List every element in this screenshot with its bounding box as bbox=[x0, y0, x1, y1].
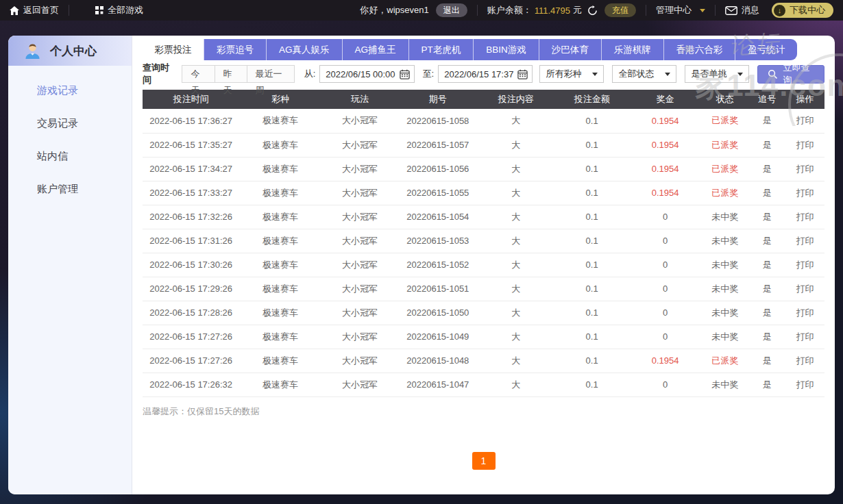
tab-沙巴体育[interactable]: 沙巴体育 bbox=[539, 39, 601, 60]
sidebar-title: 个人中心 bbox=[50, 43, 97, 59]
tab-盈亏统计[interactable]: 盈亏统计 bbox=[735, 39, 797, 60]
query-button[interactable]: 立即查询 bbox=[757, 65, 824, 84]
date-from-value: 2022/06/15 00:00 bbox=[326, 69, 399, 79]
refresh-icon[interactable] bbox=[587, 5, 598, 16]
sidebar-header: 个人中心 bbox=[8, 36, 132, 66]
col-header-操作: 操作 bbox=[785, 90, 824, 109]
logout-button[interactable]: 退出 bbox=[436, 3, 467, 17]
recharge-button[interactable]: 充值 bbox=[604, 3, 636, 17]
calendar-icon[interactable] bbox=[400, 69, 410, 79]
cell-action[interactable]: 打印 bbox=[785, 205, 824, 229]
cell-amount: 0.1 bbox=[554, 133, 629, 157]
content-card: 个人中心 游戏记录交易记录站内信账户管理 彩票投注彩票追号AG真人娱乐AG捕鱼王… bbox=[8, 36, 835, 494]
tab-strip: 彩票追号AG真人娱乐AG捕鱼王PT老虎机BBIN游戏沙巴体育乐游棋牌香港六合彩盈… bbox=[204, 39, 797, 60]
cell-action[interactable]: 打印 bbox=[785, 253, 824, 277]
quick-range-最近一周[interactable]: 最近一周 bbox=[247, 65, 295, 83]
date-from-input[interactable]: 2022/06/15 00:00 bbox=[319, 65, 414, 83]
tab-彩票投注[interactable]: 彩票投注 bbox=[143, 39, 204, 60]
cell-issue: 20220615-1054 bbox=[398, 205, 477, 229]
home-link[interactable]: 返回首页 bbox=[10, 4, 59, 16]
query-time-label: 查询时间 bbox=[143, 62, 175, 86]
balance-value: 111.4795 bbox=[535, 5, 570, 16]
cell-action[interactable]: 打印 bbox=[785, 325, 824, 349]
tab-AG真人娱乐[interactable]: AG真人娱乐 bbox=[266, 39, 342, 60]
date-to-input[interactable]: 2022/06/15 17:37 bbox=[438, 65, 533, 83]
select-是否单挑[interactable]: 是否单挑 bbox=[685, 65, 749, 83]
cell-action[interactable]: 打印 bbox=[785, 349, 824, 373]
cell-time: 2022-06-15 17:36:27 bbox=[143, 109, 239, 133]
table-row: 2022-06-15 17:35:27极速赛车大小冠军20220615-1057… bbox=[143, 133, 824, 157]
cell-play: 大小冠军 bbox=[321, 301, 398, 325]
cell-time: 2022-06-15 17:33:27 bbox=[143, 181, 239, 205]
sidebar-item-游戏记录[interactable]: 游戏记录 bbox=[8, 74, 132, 107]
all-games-link[interactable]: 全部游戏 bbox=[95, 4, 143, 16]
cell-chase: 是 bbox=[748, 277, 785, 301]
cell-prize: 0 bbox=[629, 277, 700, 301]
admin-center-menu[interactable]: 管理中心 bbox=[656, 4, 705, 16]
cell-content: 大 bbox=[478, 109, 554, 133]
cell-lottery: 极速赛车 bbox=[239, 181, 321, 205]
cell-play: 大小冠军 bbox=[321, 109, 398, 133]
cell-action[interactable]: 打印 bbox=[785, 181, 824, 205]
cell-content: 大 bbox=[478, 373, 554, 396]
cell-play: 大小冠军 bbox=[321, 277, 398, 301]
cell-lottery: 极速赛车 bbox=[239, 325, 321, 349]
cell-action[interactable]: 打印 bbox=[785, 133, 824, 157]
cell-time: 2022-06-15 17:32:26 bbox=[143, 205, 239, 229]
cell-content: 大 bbox=[478, 349, 554, 373]
cell-amount: 0.1 bbox=[554, 109, 629, 133]
cell-issue: 20220615-1055 bbox=[398, 181, 477, 205]
page-button-1[interactable]: 1 bbox=[472, 452, 496, 470]
cell-chase: 是 bbox=[748, 301, 785, 325]
sidebar-menu: 游戏记录交易记录站内信账户管理 bbox=[8, 66, 132, 205]
cell-issue: 20220615-1051 bbox=[398, 277, 477, 301]
cell-time: 2022-06-15 17:31:26 bbox=[143, 229, 239, 253]
cell-lottery: 极速赛车 bbox=[239, 229, 321, 253]
calendar-icon[interactable] bbox=[517, 69, 528, 79]
cell-action[interactable]: 打印 bbox=[785, 109, 824, 133]
cell-prize: 0.1954 bbox=[629, 133, 700, 157]
cell-chase: 是 bbox=[748, 133, 785, 157]
admin-center-label: 管理中心 bbox=[656, 4, 692, 16]
retention-note: 温馨提示：仅保留15天的数据 bbox=[143, 405, 824, 418]
quick-range-昨天[interactable]: 昨天 bbox=[215, 65, 247, 83]
table-row: 2022-06-15 17:30:26极速赛车大小冠军20220615-1052… bbox=[143, 253, 824, 277]
balance-label: 账户余额： bbox=[487, 4, 532, 16]
table-header-row: 投注时间彩种玩法期号投注内容投注金额奖金状态追号操作 bbox=[143, 90, 824, 109]
cell-action[interactable]: 打印 bbox=[785, 277, 824, 301]
tab-AG捕鱼王[interactable]: AG捕鱼王 bbox=[342, 39, 408, 60]
tab-BBIN游戏[interactable]: BBIN游戏 bbox=[473, 39, 539, 60]
cell-status: 已派奖 bbox=[701, 133, 749, 157]
topbar: 返回首页 全部游戏 你好，wipseven1 退出 账户余额： 111.4795… bbox=[0, 0, 843, 21]
cell-lottery: 极速赛车 bbox=[239, 133, 321, 157]
sidebar-item-交易记录[interactable]: 交易记录 bbox=[8, 107, 132, 140]
quick-range-今天[interactable]: 今天 bbox=[182, 65, 215, 83]
cell-action[interactable]: 打印 bbox=[785, 229, 824, 253]
tab-彩票追号[interactable]: 彩票追号 bbox=[204, 39, 266, 60]
quick-range-group: 今天昨天最近一周 bbox=[182, 65, 294, 83]
table-row: 2022-06-15 17:31:26极速赛车大小冠军20220615-1053… bbox=[143, 229, 824, 253]
select-所有彩种[interactable]: 所有彩种 bbox=[539, 65, 604, 83]
cell-time: 2022-06-15 17:34:27 bbox=[143, 157, 239, 181]
sidebar-item-账户管理[interactable]: 账户管理 bbox=[8, 173, 132, 205]
col-header-投注内容: 投注内容 bbox=[478, 90, 554, 109]
cell-action[interactable]: 打印 bbox=[785, 157, 824, 181]
cell-status: 未中奖 bbox=[701, 277, 749, 301]
table-row: 2022-06-15 17:33:27极速赛车大小冠军20220615-1055… bbox=[143, 181, 824, 205]
tab-香港六合彩[interactable]: 香港六合彩 bbox=[663, 39, 735, 60]
chevron-down-icon bbox=[592, 73, 598, 76]
cell-action[interactable]: 打印 bbox=[785, 301, 824, 325]
sidebar-item-站内信[interactable]: 站内信 bbox=[8, 140, 132, 173]
main-panel: 彩票投注彩票追号AG真人娱乐AG捕鱼王PT老虎机BBIN游戏沙巴体育乐游棋牌香港… bbox=[132, 36, 835, 494]
cell-play: 大小冠军 bbox=[321, 325, 398, 349]
cell-chase: 是 bbox=[748, 325, 785, 349]
table-row: 2022-06-15 17:32:26极速赛车大小冠军20220615-1054… bbox=[143, 205, 824, 229]
tab-PT老虎机[interactable]: PT老虎机 bbox=[408, 39, 474, 60]
messages-link[interactable]: 消息 bbox=[725, 4, 759, 16]
cell-chase: 是 bbox=[748, 205, 785, 229]
download-center-button[interactable]: ↓ 下载中心 bbox=[772, 3, 833, 18]
avatar bbox=[23, 42, 42, 60]
select-全部状态[interactable]: 全部状态 bbox=[612, 65, 676, 83]
tab-乐游棋牌[interactable]: 乐游棋牌 bbox=[601, 39, 663, 60]
cell-action[interactable]: 打印 bbox=[785, 373, 824, 396]
